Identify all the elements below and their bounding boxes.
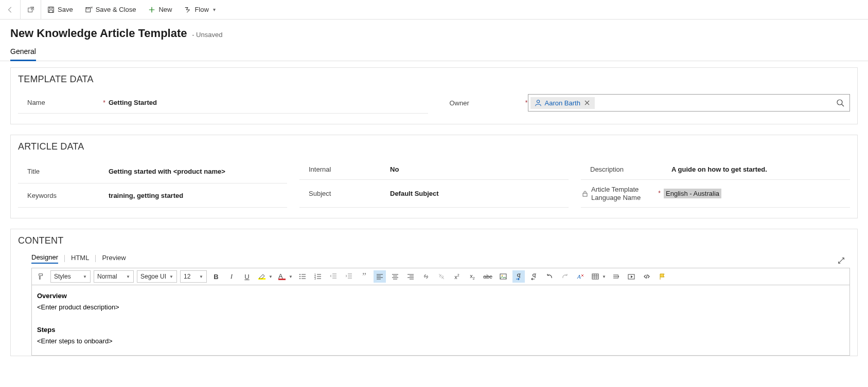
format-painter-button[interactable] — [35, 270, 47, 283]
outdent-icon — [330, 273, 337, 280]
subject-field[interactable]: Subject Default Subject — [299, 180, 569, 208]
rtl-button[interactable] — [528, 270, 540, 283]
back-button[interactable] — [0, 0, 21, 20]
align-right-button[interactable] — [404, 270, 417, 283]
section-title-template: TEMPLATE DATA — [18, 74, 850, 85]
rich-text-editor: Styles ▼ Normal ▼ Segoe UI ▼ 12 ▼ B I U — [31, 268, 850, 356]
open-new-window-button[interactable] — [21, 0, 41, 20]
align-left-icon — [376, 273, 383, 280]
content-tab-designer[interactable]: Designer — [31, 253, 58, 264]
tab-general[interactable]: General — [10, 47, 36, 61]
keywords-value: training, getting started — [105, 192, 287, 199]
code-icon — [643, 273, 650, 280]
align-right-icon — [407, 273, 414, 280]
description-label: Description — [590, 165, 624, 173]
lock-icon — [582, 191, 588, 197]
paragraph-format-select[interactable]: Normal ▼ — [94, 270, 134, 283]
svg-point-11 — [299, 278, 300, 279]
dropdown-icon[interactable]: ▼ — [601, 274, 607, 279]
save-close-button[interactable]: Save & Close — [79, 0, 143, 20]
content-tab-preview[interactable]: Preview — [102, 254, 126, 263]
undo-button[interactable] — [543, 270, 556, 283]
paragraph-format-value: Normal — [97, 273, 117, 280]
font-color-button[interactable]: A ▼ — [276, 270, 293, 283]
content-tab-html[interactable]: HTML — [71, 254, 89, 263]
align-center-button[interactable] — [389, 270, 401, 283]
view-source-button[interactable] — [641, 270, 653, 283]
italic-button[interactable]: I — [225, 270, 238, 283]
owner-search-button[interactable] — [833, 99, 847, 107]
description-field[interactable]: Description A guide on how to get starte… — [581, 159, 850, 180]
redo-icon — [561, 273, 569, 280]
styles-select[interactable]: Styles ▼ — [50, 270, 91, 283]
numbered-list-icon: 123 — [314, 273, 322, 280]
dropdown-icon[interactable]: ▼ — [268, 274, 273, 279]
highlight-icon — [258, 273, 265, 280]
title-field[interactable]: Title Getting started with <product name… — [18, 159, 287, 183]
font-color-icon: A — [278, 273, 286, 280]
font-family-value: Segoe UI — [140, 273, 166, 280]
internal-field[interactable]: Internal No — [299, 159, 569, 180]
blockquote-button[interactable]: ” — [358, 270, 370, 283]
underline-button[interactable]: U — [241, 270, 253, 283]
clear-formatting-button[interactable]: A — [574, 270, 587, 283]
personalize-button[interactable] — [656, 270, 668, 283]
insert-media-button[interactable] — [625, 270, 637, 283]
owner-label: Owner — [450, 99, 469, 107]
indent-button[interactable] — [343, 270, 355, 283]
insert-table-button[interactable]: ▼ — [590, 270, 607, 283]
quote-icon: ” — [362, 274, 366, 280]
editor-body[interactable]: Overview <Enter product description> Ste… — [32, 285, 849, 355]
content-tabs: Designer HTML Preview — [18, 253, 126, 264]
name-field[interactable]: Name * Getting Started — [18, 92, 428, 114]
align-left-button[interactable] — [374, 270, 386, 283]
chevron-down-icon: ▾ — [213, 7, 216, 12]
bold-button[interactable]: B — [210, 270, 222, 283]
link-icon — [422, 273, 430, 280]
owner-chip-remove[interactable] — [583, 100, 591, 105]
styles-select-value: Styles — [54, 273, 71, 280]
editor-toolbar: Styles ▼ Normal ▼ Segoe UI ▼ 12 ▼ B I U — [32, 268, 849, 285]
language-label: Article Template Language Name — [591, 186, 656, 201]
subscript-button[interactable]: x2 — [466, 270, 479, 283]
form-tabs: General — [10, 47, 858, 61]
svg-rect-8 — [583, 193, 587, 196]
font-family-select[interactable]: Segoe UI ▼ — [137, 270, 177, 283]
expand-editor-button[interactable] — [835, 254, 848, 267]
highlight-color-button[interactable]: ▼ — [256, 270, 273, 283]
strikethrough-button[interactable]: abc — [482, 270, 494, 283]
owner-field[interactable]: Owner * Aaron Barth — [440, 92, 851, 114]
person-icon — [535, 99, 542, 106]
new-button[interactable]: New — [142, 0, 178, 20]
redo-button[interactable] — [559, 270, 571, 283]
internal-value: No — [387, 165, 569, 173]
language-field: Article Template Language Name * English… — [581, 180, 850, 208]
content-placeholder-steps: <Enter steps to onboard> — [37, 336, 844, 347]
new-label: New — [158, 6, 172, 13]
back-arrow-icon — [7, 6, 14, 13]
insert-image-button[interactable] — [497, 270, 509, 283]
bullet-list-icon — [299, 273, 306, 280]
svg-rect-0 — [28, 8, 32, 12]
collapse-toolbar-button[interactable] — [610, 270, 622, 283]
save-button[interactable]: Save — [41, 0, 79, 20]
ltr-button[interactable] — [512, 270, 525, 283]
insert-link-button[interactable] — [420, 270, 432, 283]
outdent-button[interactable] — [327, 270, 340, 283]
dropdown-icon[interactable]: ▼ — [288, 274, 293, 279]
save-close-icon — [85, 6, 93, 13]
ltr-icon — [515, 273, 522, 280]
keywords-field[interactable]: Keywords training, getting started — [18, 183, 287, 208]
remove-link-button[interactable] — [435, 270, 448, 283]
font-size-select[interactable]: 12 ▼ — [180, 270, 207, 283]
flow-button[interactable]: Flow ▾ — [178, 0, 221, 20]
plus-icon — [148, 6, 155, 13]
page-title: New Knowledge Article Template — [10, 27, 187, 40]
content-placeholder-overview: <Enter product description> — [37, 302, 844, 313]
bullet-list-button[interactable] — [296, 270, 309, 283]
numbered-list-button[interactable]: 123 — [312, 270, 324, 283]
owner-lookup-input[interactable]: Aaron Barth — [528, 94, 851, 112]
owner-chip[interactable]: Aaron Barth — [530, 97, 595, 109]
superscript-button[interactable]: x2 — [451, 270, 463, 283]
save-icon — [47, 6, 55, 13]
